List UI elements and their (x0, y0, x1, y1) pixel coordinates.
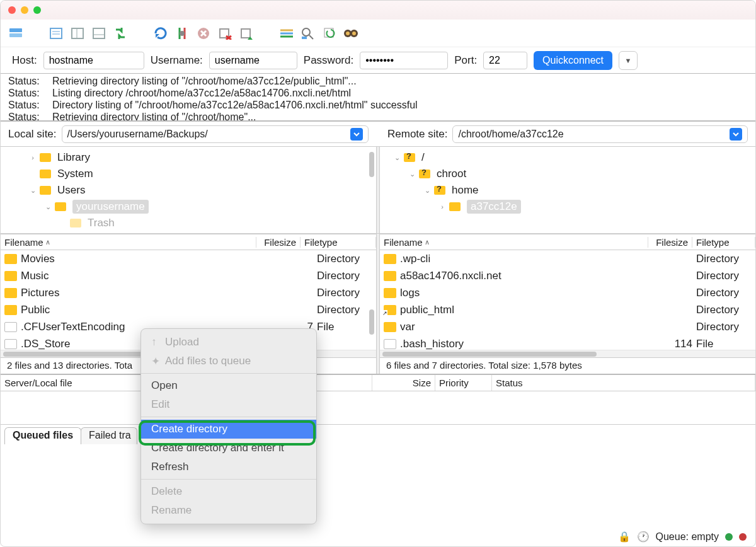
queue-body[interactable] (1, 391, 755, 424)
site-manager-icon[interactable] (7, 25, 25, 42)
tree-row[interactable]: ⌄yourusername (6, 199, 371, 215)
reconnect-icon[interactable] (238, 25, 255, 42)
file-row[interactable]: varDirectory (380, 318, 755, 335)
menu-create-directory[interactable]: Create directory (141, 420, 316, 439)
file-lists: Filename∧ Filesize Filetype MoviesDirect… (1, 234, 755, 374)
file-row[interactable]: public_htmlDirectory (380, 301, 755, 318)
expand-chevron-icon[interactable]: › (28, 154, 37, 161)
quickconnect-button[interactable]: Quickconnect (534, 51, 612, 70)
file-row[interactable]: PublicDirectory (1, 301, 376, 318)
sync-icon[interactable] (321, 25, 338, 42)
tab-failed[interactable]: Failed tra (81, 427, 137, 444)
tree-row[interactable]: ⌄/ (385, 149, 750, 166)
tree-row[interactable]: System (6, 166, 371, 182)
close-window-button[interactable] (8, 6, 16, 14)
scrollbar[interactable] (369, 309, 374, 335)
port-input[interactable] (483, 52, 527, 69)
tree-row[interactable]: ⌄chroot (385, 166, 750, 182)
remote-site-input[interactable]: /chroot/home/a37cc12e (452, 125, 748, 143)
file-icon (384, 339, 396, 349)
compare-icon[interactable] (299, 25, 317, 42)
menu-rename[interactable]: Rename (141, 501, 316, 520)
folder-icon (384, 288, 396, 298)
log-row: Status:Retrieving directory listing of "… (1, 111, 755, 122)
tree-label: a37cc12e (467, 200, 521, 214)
file-type: File (696, 338, 753, 350)
local-site-label: Local site: (8, 128, 57, 141)
folder-icon (4, 305, 17, 315)
menu-open[interactable]: Open (141, 376, 316, 395)
menu-add-to-queue[interactable]: ✦Add files to queue (141, 352, 316, 371)
expand-chevron-icon[interactable]: ⌄ (408, 170, 416, 178)
refresh-icon[interactable] (152, 25, 169, 42)
folder-icon (384, 254, 396, 264)
expand-chevron-icon[interactable]: ⌄ (423, 187, 432, 195)
file-type: File (317, 321, 374, 333)
chevron-down-icon[interactable] (350, 128, 363, 141)
host-label: Host: (12, 54, 37, 67)
remote-file-list[interactable]: .wp-cliDirectorya58ac14706.nxcli.netDire… (380, 250, 755, 350)
tree-row[interactable]: Trash (6, 215, 371, 231)
filter-icon[interactable] (278, 25, 295, 42)
scrollbar[interactable] (380, 350, 755, 357)
queue-header[interactable]: Server/Local file Size Priority Status (1, 374, 755, 391)
expand-chevron-icon[interactable]: ⌄ (43, 203, 52, 211)
tree-row[interactable]: ›Library (6, 149, 371, 166)
disconnect-icon[interactable] (216, 25, 234, 42)
password-input[interactable] (360, 52, 448, 69)
folder-icon (40, 186, 51, 195)
process-queue-icon[interactable] (173, 25, 191, 42)
svg-line-23 (309, 35, 313, 39)
remote-list-header[interactable]: Filename∧ Filesize Filetype (380, 234, 755, 250)
local-site-input[interactable]: /Users/yourusername/Backups/ (62, 125, 369, 143)
file-type: Directory (696, 253, 753, 265)
host-input[interactable] (43, 52, 144, 69)
remote-tree[interactable]: ⌄/⌄chroot⌄home›a37cc12e (380, 147, 755, 233)
folder-icon (40, 170, 51, 178)
menu-create-directory-enter[interactable]: Create directory and enter it (141, 439, 316, 458)
cancel-icon[interactable] (195, 25, 212, 42)
chevron-down-icon[interactable] (730, 128, 742, 141)
file-icon (4, 339, 17, 349)
file-name: a58ac14706.nxcli.net (400, 270, 652, 282)
tree-row[interactable]: ›a37cc12e (385, 199, 750, 215)
file-row[interactable]: MusicDirectory (1, 267, 376, 284)
expand-chevron-icon[interactable]: ⌄ (392, 154, 401, 162)
expand-chevron-icon[interactable]: ⌄ (28, 187, 37, 195)
file-type: Directory (696, 321, 753, 333)
file-row[interactable]: logsDirectory (380, 284, 755, 301)
file-row[interactable]: .bash_history114File (380, 335, 755, 350)
svg-point-11 (180, 31, 185, 36)
tree-row[interactable]: ⌄Users (6, 182, 371, 199)
toggle-log-icon[interactable] (47, 25, 65, 42)
sync-browsing-icon[interactable] (112, 25, 129, 42)
local-list-header[interactable]: Filename∧ Filesize Filetype (1, 234, 376, 250)
log-row: Status:Listing directory /chroot/home/a3… (1, 87, 755, 99)
menu-edit[interactable]: Edit (141, 395, 316, 414)
menu-refresh[interactable]: Refresh (141, 458, 316, 476)
file-row[interactable]: PicturesDirectory (1, 284, 376, 301)
toggle-queue-icon[interactable] (90, 25, 108, 42)
file-row[interactable]: MoviesDirectory (1, 250, 376, 267)
tree-row[interactable]: ⌄home (385, 182, 750, 199)
search-remote-icon[interactable] (342, 25, 360, 42)
maximize-window-button[interactable] (33, 6, 41, 14)
app-window: Host: Username: Password: Port: Quickcon… (0, 0, 756, 547)
menu-upload[interactable]: ↑Upload (141, 333, 316, 352)
file-row[interactable]: .wp-cliDirectory (380, 250, 755, 267)
quickconnect-history-button[interactable]: ▼ (619, 51, 638, 70)
toggle-tree-icon[interactable] (69, 25, 86, 42)
minimize-window-button[interactable] (21, 6, 28, 14)
file-type: Directory (317, 253, 374, 265)
file-type: Directory (317, 287, 374, 299)
expand-chevron-icon[interactable]: › (438, 203, 447, 210)
queue-status: Queue: empty (656, 531, 719, 543)
message-log[interactable]: Status:Retrieving directory listing of "… (1, 74, 755, 122)
local-tree[interactable]: ›LibrarySystem⌄Users⌄yourusernameTrash (1, 147, 376, 233)
menu-delete[interactable]: Delete (141, 482, 316, 501)
tab-queued[interactable]: Queued files (4, 427, 81, 444)
scrollbar[interactable] (369, 152, 374, 177)
tree-label: Library (57, 151, 90, 164)
username-input[interactable] (209, 52, 297, 69)
file-row[interactable]: a58ac14706.nxcli.netDirectory (380, 267, 755, 284)
